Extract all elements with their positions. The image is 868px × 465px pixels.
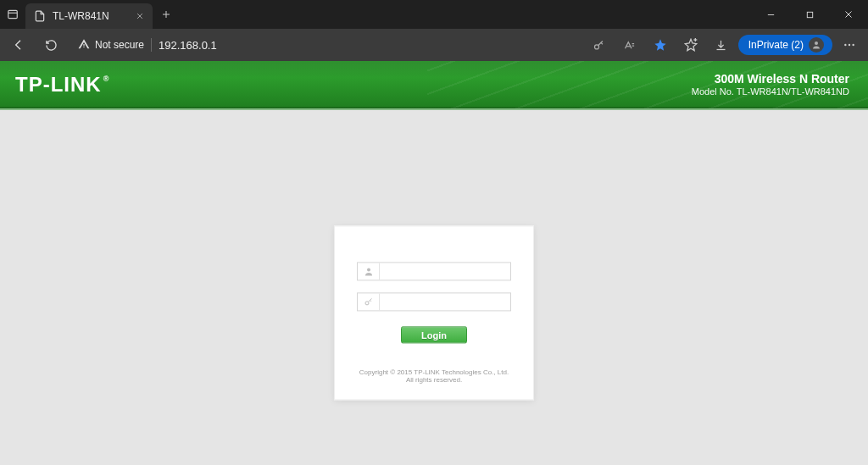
page-icon [34,10,46,22]
not-secure-label: Not secure [95,39,144,51]
profile-avatar-icon [809,37,824,53]
tab-actions-icon[interactable] [7,8,19,20]
router-header: TP-LINK ® 300M Wireless N Router Model N… [0,61,868,108]
svg-point-22 [367,268,370,271]
svg-rect-7 [807,12,812,17]
window-minimize-button[interactable] [751,0,790,29]
warning-icon [78,38,90,53]
inprivate-label: InPrivate (2) [748,39,804,51]
new-tab-button[interactable] [153,0,180,29]
separator [151,38,152,52]
favorites-button[interactable] [677,32,704,58]
browser-toolbar: Not secure 192.168.0.1 InPrivate (2) [0,29,868,61]
username-field[interactable] [357,262,511,280]
registered-mark: ® [103,75,110,83]
copyright-text: Copyright © 2015 TP-LINK Technologies Co… [357,368,511,384]
favorite-star-icon[interactable] [647,32,674,58]
downloads-button[interactable] [708,32,735,58]
svg-point-18 [815,42,818,45]
username-input[interactable] [380,263,510,280]
product-model: Model No. TL-WR841N/TL-WR841ND [692,86,849,97]
user-icon [358,263,380,280]
brand-text: TP-LINK [15,73,102,97]
back-button[interactable] [5,32,32,58]
page-viewport: TP-LINK ® 300M Wireless N Router Model N… [0,61,868,465]
browser-tab[interactable]: TL-WR841N [25,3,153,29]
brand-logo: TP-LINK ® [15,73,109,97]
svg-point-10 [595,44,599,48]
refresh-button[interactable] [37,32,64,58]
login-card: Login Copyright © 2015 TP-LINK Technolog… [334,225,534,400]
password-field[interactable] [357,292,511,311]
window-close-button[interactable] [829,0,868,29]
inprivate-indicator[interactable]: InPrivate (2) [738,35,832,55]
login-button[interactable]: Login [401,326,467,343]
tab-title: TL-WR841N [53,10,109,22]
svg-point-23 [365,302,369,305]
more-menu-button[interactable] [836,32,863,58]
svg-point-20 [849,44,850,46]
read-aloud-icon[interactable] [616,32,643,58]
window-controls [751,0,868,29]
svg-rect-0 [8,10,18,18]
tab-close-icon[interactable] [136,12,144,20]
password-input[interactable] [380,293,510,310]
page-body: Login Copyright © 2015 TP-LINK Technolog… [0,110,868,465]
product-info: 300M Wireless N Router Model No. TL-WR84… [692,72,849,97]
key-icon [358,293,380,310]
svg-point-21 [852,44,854,46]
window-titlebar: TL-WR841N [0,0,868,29]
product-title: 300M Wireless N Router [692,72,849,86]
address-bar[interactable]: Not secure 192.168.0.1 [70,33,225,57]
svg-point-19 [844,44,846,46]
not-secure-indicator[interactable]: Not secure [78,38,144,53]
url-text[interactable]: 192.168.0.1 [159,39,217,52]
window-maximize-button[interactable] [790,0,829,29]
credentials-icon[interactable] [586,32,613,58]
